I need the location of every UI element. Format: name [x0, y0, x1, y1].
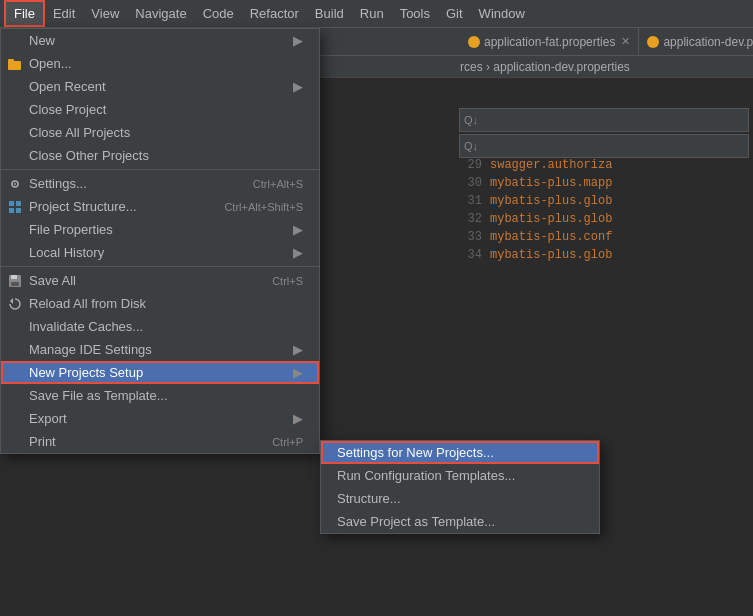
- svg-point-3: [14, 183, 16, 185]
- gear-icon: [7, 176, 23, 192]
- menu-item-invalidate[interactable]: Invalidate Caches...: [1, 315, 319, 338]
- menu-bar: File Edit View Navigate Code Refactor Bu…: [0, 0, 753, 28]
- menu-item-open-label: Open...: [29, 56, 303, 71]
- menu-item-refactor[interactable]: Refactor: [242, 2, 307, 25]
- menu-item-save-file-template-label: Save File as Template...: [29, 388, 303, 403]
- line-num-29: 29: [455, 158, 490, 176]
- shortcut-project-structure: Ctrl+Alt+Shift+S: [224, 201, 303, 213]
- menu-item-window[interactable]: Window: [471, 2, 533, 25]
- menu-item-file-properties-label: File Properties: [29, 222, 293, 237]
- menu-item-print-label: Print: [29, 434, 272, 449]
- menu-item-new-label: New: [29, 33, 293, 48]
- menu-item-new[interactable]: New ▶: [1, 29, 319, 52]
- menu-item-navigate[interactable]: Navigate: [127, 2, 194, 25]
- submenu-item-run-config[interactable]: Run Configuration Templates...: [321, 464, 599, 487]
- svg-rect-10: [11, 282, 19, 286]
- arrow-icon-file-properties: ▶: [293, 222, 303, 237]
- svg-rect-7: [16, 208, 21, 213]
- search-box-1[interactable]: Q↓: [459, 108, 749, 132]
- menu-item-export-label: Export: [29, 411, 293, 426]
- svg-rect-4: [9, 201, 14, 206]
- tab-icon-dev: [647, 36, 659, 48]
- menu-item-file[interactable]: File: [4, 0, 45, 27]
- code-line-34: 34 mybatis-plus.glob: [455, 248, 753, 266]
- submenu-item-structure[interactable]: Structure...: [321, 487, 599, 510]
- menu-item-reload[interactable]: Reload All from Disk: [1, 292, 319, 315]
- menu-item-settings-label: Settings...: [29, 176, 253, 191]
- line-content-30: mybatis-plus.mapp: [490, 176, 612, 194]
- menu-item-file-properties[interactable]: File Properties ▶: [1, 218, 319, 241]
- menu-item-export[interactable]: Export ▶: [1, 407, 319, 430]
- svg-marker-11: [10, 298, 13, 304]
- menu-item-new-projects-setup[interactable]: New Projects Setup ▶: [1, 361, 319, 384]
- menu-item-edit[interactable]: Edit: [45, 2, 83, 25]
- menu-item-open[interactable]: Open...: [1, 52, 319, 75]
- menu-item-save-all-label: Save All: [29, 273, 272, 288]
- menu-item-project-structure-label: Project Structure...: [29, 199, 224, 214]
- menu-item-close-all[interactable]: Close All Projects: [1, 121, 319, 144]
- svg-rect-1: [8, 59, 14, 62]
- arrow-icon-open-recent: ▶: [293, 79, 303, 94]
- menu-item-build[interactable]: Build: [307, 2, 352, 25]
- submenu-item-save-project-template[interactable]: Save Project as Template...: [321, 510, 599, 533]
- code-area: 29 swagger.authoriza 30 mybatis-plus.map…: [455, 158, 753, 616]
- tab-label-fat: application-fat.properties: [484, 35, 615, 49]
- line-content-32: mybatis-plus.glob: [490, 212, 612, 230]
- submenu-item-settings-new-projects[interactable]: Settings for New Projects...: [321, 441, 599, 464]
- code-line-30: 30 mybatis-plus.mapp: [455, 176, 753, 194]
- code-line-31: 31 mybatis-plus.glob: [455, 194, 753, 212]
- menu-item-open-recent[interactable]: Open Recent ▶: [1, 75, 319, 98]
- menu-item-run[interactable]: Run: [352, 2, 392, 25]
- line-num-34: 34: [455, 248, 490, 266]
- menu-item-manage-ide[interactable]: Manage IDE Settings ▶: [1, 338, 319, 361]
- menu-item-invalidate-label: Invalidate Caches...: [29, 319, 303, 334]
- grid-icon: [7, 199, 23, 215]
- menu-item-close-project[interactable]: Close Project: [1, 98, 319, 121]
- menu-item-save-all[interactable]: Save All Ctrl+S: [1, 269, 319, 292]
- submenu-item-run-config-label: Run Configuration Templates...: [337, 468, 515, 483]
- file-menu-dropdown: New ▶ Open... Open Recent ▶ Close Projec…: [0, 28, 320, 454]
- new-projects-submenu: Settings for New Projects... Run Configu…: [320, 440, 600, 534]
- menu-item-print[interactable]: Print Ctrl+P: [1, 430, 319, 453]
- separator-1: [1, 169, 319, 170]
- arrow-icon-export: ▶: [293, 411, 303, 426]
- arrow-icon-local-history: ▶: [293, 245, 303, 260]
- line-num-33: 33: [455, 230, 490, 248]
- tab-icon-fat: [468, 36, 480, 48]
- menu-item-local-history[interactable]: Local History ▶: [1, 241, 319, 264]
- submenu-item-save-project-template-label: Save Project as Template...: [337, 514, 495, 529]
- menu-item-save-file-template[interactable]: Save File as Template...: [1, 384, 319, 407]
- search-box-2[interactable]: Q↓: [459, 134, 749, 158]
- menu-item-view[interactable]: View: [83, 2, 127, 25]
- menu-item-manage-ide-label: Manage IDE Settings: [29, 342, 293, 357]
- line-content-33: mybatis-plus.conf: [490, 230, 612, 248]
- shortcut-save-all: Ctrl+S: [272, 275, 303, 287]
- svg-rect-0: [8, 61, 21, 70]
- menu-item-code[interactable]: Code: [195, 2, 242, 25]
- submenu-item-settings-new-projects-label: Settings for New Projects...: [337, 445, 494, 460]
- search-icon-1: Q↓: [464, 114, 478, 126]
- menu-item-project-structure[interactable]: Project Structure... Ctrl+Alt+Shift+S: [1, 195, 319, 218]
- menu-item-local-history-label: Local History: [29, 245, 293, 260]
- reload-icon: [7, 296, 23, 312]
- code-line-29: 29 swagger.authoriza: [455, 158, 753, 176]
- tab-dev-properties[interactable]: application-dev.properties ✕: [639, 28, 753, 56]
- search-area: Q↓ Q↓: [455, 106, 753, 160]
- tab-fat-properties[interactable]: application-fat.properties ✕: [460, 28, 639, 56]
- menu-item-close-other[interactable]: Close Other Projects: [1, 144, 319, 167]
- menu-item-settings[interactable]: Settings... Ctrl+Alt+S: [1, 172, 319, 195]
- menu-item-tools[interactable]: Tools: [392, 2, 438, 25]
- separator-2: [1, 266, 319, 267]
- tab-close-fat[interactable]: ✕: [621, 35, 630, 48]
- code-line-33: 33 mybatis-plus.conf: [455, 230, 753, 248]
- menu-item-open-recent-label: Open Recent: [29, 79, 293, 94]
- shortcut-settings: Ctrl+Alt+S: [253, 178, 303, 190]
- menu-item-git[interactable]: Git: [438, 2, 471, 25]
- disk-icon: [7, 273, 23, 289]
- arrow-icon-new: ▶: [293, 33, 303, 48]
- line-content-29: swagger.authoriza: [490, 158, 612, 176]
- breadcrumb-text: rces › application-dev.properties: [460, 60, 630, 74]
- code-line-32: 32 mybatis-plus.glob: [455, 212, 753, 230]
- menu-item-close-other-label: Close Other Projects: [29, 148, 303, 163]
- submenu-item-structure-label: Structure...: [337, 491, 401, 506]
